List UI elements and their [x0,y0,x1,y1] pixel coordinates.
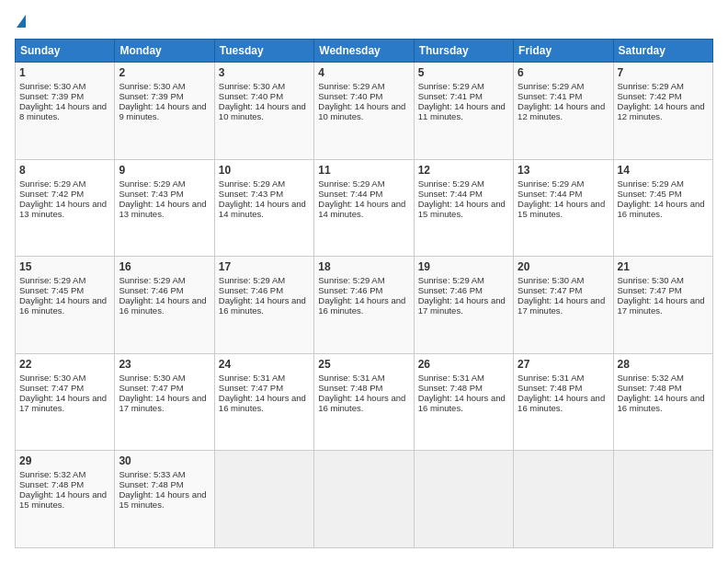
sunset-text: Sunset: 7:47 PM [518,285,582,295]
sunset-text: Sunset: 7:45 PM [19,285,84,295]
sunset-text: Sunset: 7:44 PM [518,189,582,199]
sunset-text: Sunset: 7:41 PM [418,91,483,101]
day-header-friday: Friday [514,40,613,63]
sunset-text: Sunset: 7:40 PM [318,91,382,101]
sunset-text: Sunset: 7:39 PM [119,91,183,101]
calendar-cell: 12Sunrise: 5:29 AMSunset: 7:44 PMDayligh… [414,159,513,257]
calendar-cell: 28Sunrise: 5:32 AMSunset: 7:48 PMDayligh… [613,353,712,451]
sunrise-text: Sunrise: 5:32 AM [19,469,85,479]
day-number: 22 [19,358,110,371]
sunrise-text: Sunrise: 5:31 AM [418,373,484,383]
day-number: 30 [119,454,210,467]
daylight-text: Daylight: 14 hours and 12 minutes. [618,101,705,121]
daylight-text: Daylight: 14 hours and 16 minutes. [418,393,506,413]
calendar-cell: 3Sunrise: 5:30 AMSunset: 7:40 PMDaylight… [214,63,313,160]
calendar-cell: 7Sunrise: 5:29 AMSunset: 7:42 PMDaylight… [613,63,712,160]
sunset-text: Sunset: 7:45 PM [618,189,682,199]
day-header-wednesday: Wednesday [314,40,414,63]
calendar-cell: 13Sunrise: 5:29 AMSunset: 7:44 PMDayligh… [514,159,613,257]
daylight-text: Daylight: 14 hours and 16 minutes. [119,295,206,316]
day-number: 23 [119,358,210,371]
daylight-text: Daylight: 14 hours and 15 minutes. [518,199,605,219]
day-number: 3 [219,66,310,79]
calendar-cell: 25Sunrise: 5:31 AMSunset: 7:48 PMDayligh… [314,353,414,451]
calendar-cell: 9Sunrise: 5:29 AMSunset: 7:43 PMDaylight… [115,159,214,257]
calendar-cell [214,451,313,548]
calendar-cell [414,451,513,548]
calendar-cell: 15Sunrise: 5:29 AMSunset: 7:45 PMDayligh… [16,257,115,354]
day-number: 29 [19,454,110,467]
day-number: 21 [618,260,709,273]
calendar-week-3: 15Sunrise: 5:29 AMSunset: 7:45 PMDayligh… [16,257,713,354]
calendar-header-row: SundayMondayTuesdayWednesdayThursdayFrid… [16,40,713,63]
calendar-cell: 18Sunrise: 5:29 AMSunset: 7:46 PMDayligh… [314,257,414,354]
sunrise-text: Sunrise: 5:31 AM [219,373,285,383]
sunset-text: Sunset: 7:44 PM [318,189,382,199]
day-number: 7 [618,66,709,79]
day-number: 1 [19,66,110,79]
daylight-text: Daylight: 14 hours and 13 minutes. [19,199,107,219]
sunrise-text: Sunrise: 5:33 AM [119,469,185,479]
daylight-text: Daylight: 14 hours and 16 minutes. [518,393,605,413]
day-number: 14 [618,164,709,177]
daylight-text: Daylight: 14 hours and 17 minutes. [119,393,206,413]
sunrise-text: Sunrise: 5:29 AM [518,178,584,189]
calendar-cell: 23Sunrise: 5:30 AMSunset: 7:47 PMDayligh… [115,353,214,451]
daylight-text: Daylight: 14 hours and 17 minutes. [618,295,705,316]
page: SundayMondayTuesdayWednesdayThursdayFrid… [0,0,728,563]
day-number: 12 [418,164,509,177]
daylight-text: Daylight: 14 hours and 15 minutes. [19,489,107,510]
sunset-text: Sunset: 7:47 PM [19,383,84,393]
day-header-monday: Monday [115,40,214,63]
sunrise-text: Sunrise: 5:30 AM [119,373,185,383]
sunset-text: Sunset: 7:40 PM [219,91,283,101]
calendar-cell: 8Sunrise: 5:29 AMSunset: 7:42 PMDaylight… [16,159,115,257]
calendar-cell: 16Sunrise: 5:29 AMSunset: 7:46 PMDayligh… [115,257,214,354]
sunset-text: Sunset: 7:48 PM [418,383,483,393]
day-number: 10 [219,164,310,177]
day-number: 24 [219,358,310,371]
day-number: 13 [518,164,609,177]
calendar-cell: 14Sunrise: 5:29 AMSunset: 7:45 PMDayligh… [613,159,712,257]
sunrise-text: Sunrise: 5:29 AM [318,178,384,189]
sunset-text: Sunset: 7:48 PM [318,383,382,393]
day-number: 6 [518,66,609,79]
day-number: 9 [119,164,210,177]
sunrise-text: Sunrise: 5:29 AM [318,81,384,91]
daylight-text: Daylight: 14 hours and 16 minutes. [318,295,405,316]
sunset-text: Sunset: 7:47 PM [119,383,183,393]
day-number: 18 [318,260,409,273]
sunrise-text: Sunrise: 5:30 AM [19,81,85,91]
daylight-text: Daylight: 14 hours and 8 minutes. [19,101,107,121]
calendar-week-1: 1Sunrise: 5:30 AMSunset: 7:39 PMDaylight… [16,63,713,160]
daylight-text: Daylight: 14 hours and 16 minutes. [318,393,405,413]
sunrise-text: Sunrise: 5:29 AM [318,275,384,285]
daylight-text: Daylight: 14 hours and 17 minutes. [418,295,506,316]
sunrise-text: Sunrise: 5:29 AM [618,178,684,189]
sunrise-text: Sunrise: 5:30 AM [219,81,285,91]
sunrise-text: Sunrise: 5:29 AM [119,275,185,285]
calendar-cell: 24Sunrise: 5:31 AMSunset: 7:47 PMDayligh… [214,353,313,451]
daylight-text: Daylight: 14 hours and 16 minutes. [219,393,306,413]
calendar-cell: 26Sunrise: 5:31 AMSunset: 7:48 PMDayligh… [414,353,513,451]
daylight-text: Daylight: 14 hours and 15 minutes. [418,199,506,219]
day-number: 20 [518,260,609,273]
sunset-text: Sunset: 7:47 PM [618,285,682,295]
logo [15,15,26,29]
daylight-text: Daylight: 14 hours and 10 minutes. [219,101,306,121]
sunrise-text: Sunrise: 5:31 AM [518,373,584,383]
calendar-cell [314,451,414,548]
calendar-cell: 2Sunrise: 5:30 AMSunset: 7:39 PMDaylight… [115,63,214,160]
daylight-text: Daylight: 14 hours and 9 minutes. [119,101,206,121]
calendar-cell: 4Sunrise: 5:29 AMSunset: 7:40 PMDaylight… [314,63,414,160]
daylight-text: Daylight: 14 hours and 10 minutes. [318,101,405,121]
sunrise-text: Sunrise: 5:29 AM [19,178,85,189]
daylight-text: Daylight: 14 hours and 14 minutes. [219,199,306,219]
calendar-cell: 30Sunrise: 5:33 AMSunset: 7:48 PMDayligh… [115,451,214,548]
day-number: 27 [518,358,609,371]
daylight-text: Daylight: 14 hours and 15 minutes. [119,489,206,510]
day-number: 15 [19,260,110,273]
sunrise-text: Sunrise: 5:29 AM [418,81,484,91]
calendar-cell: 21Sunrise: 5:30 AMSunset: 7:47 PMDayligh… [613,257,712,354]
daylight-text: Daylight: 14 hours and 17 minutes. [19,393,107,413]
